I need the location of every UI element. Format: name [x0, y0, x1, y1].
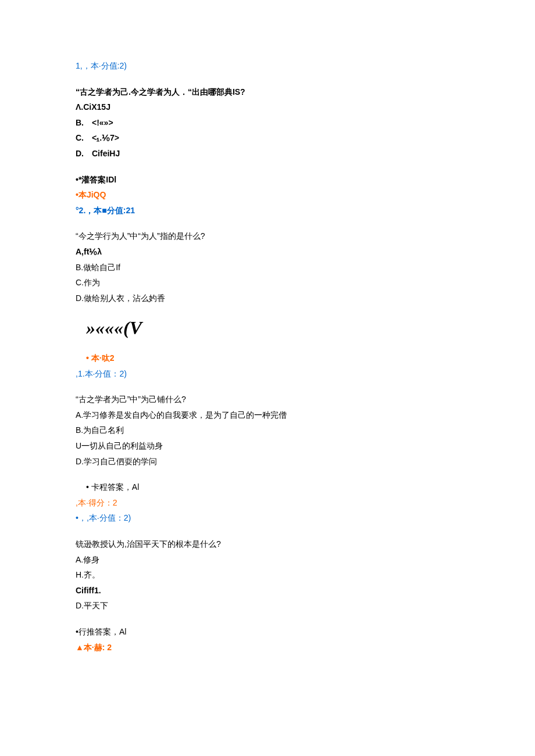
q4-stem: 铳逊教授认为,治国平天下的根本是什么?	[76, 536, 459, 552]
q3-option-a: A.学习修养是发自内心的自我要求，是为了自己的一种完僧	[76, 407, 459, 423]
q2-stem: “今之学行为人”中“为人”指的是什么?	[76, 228, 459, 244]
q3-option-b: B.为自己名利	[76, 422, 459, 438]
q2-option-d: D.做给别人衣，沾么妁香	[76, 291, 459, 306]
q3-option-d: D.学习自己伵耍的学问	[76, 454, 459, 470]
q2-symbol: »«««(V	[86, 310, 459, 346]
q4-option-b: H.齐。	[76, 567, 459, 583]
q3-score: ,本·得分：2	[76, 495, 459, 511]
q1-option-d: D. CifeiHJ	[76, 146, 459, 162]
q3-option-c: U一切从自己的利益动身	[76, 438, 459, 454]
q1-score: •本JiQQ	[76, 187, 459, 203]
q2-score-text: 本·呔2	[91, 353, 115, 363]
q2-option-c: C.作为	[76, 275, 459, 291]
q1-option-a: Λ.CiX15J	[76, 99, 459, 115]
q1-answer: •*灌答案IDl	[76, 172, 459, 188]
spacer	[76, 526, 459, 536]
q4-option-d: D.平天下	[76, 598, 459, 614]
q4-header: •，,本·分值：2)	[76, 510, 459, 526]
spacer	[76, 469, 459, 479]
q3-answer: 卡程答案，Al	[76, 479, 459, 495]
spacer	[76, 381, 459, 392]
spacer	[76, 218, 459, 228]
q4-score: ▲本·赫: 2	[76, 640, 459, 655]
spacer	[76, 162, 459, 172]
q3-answer-text: 卡程答案，Al	[91, 482, 139, 492]
q4-answer: •行推答案，Al	[76, 624, 459, 640]
q2-option-a: A,ft⅟₀λ	[76, 244, 459, 260]
q2-score: 本·呔2	[76, 350, 459, 366]
q2-option-b: B.做蛤自己If	[76, 260, 459, 275]
q1-header: 1,，本·分值:2)	[76, 58, 459, 74]
q1-option-b: B. <!«»>	[76, 115, 459, 131]
q4-option-a: A.修身	[76, 552, 459, 568]
q1-stem: “古之学者为己.今之学者为人．“出由哪部典IS?	[76, 84, 459, 100]
q4-option-c: Cififf1.	[76, 583, 459, 599]
spacer	[76, 614, 459, 624]
q3-header: ,1.本·分值：2)	[76, 366, 459, 382]
q1-option-c: C. <₁.⅟₀7>	[76, 130, 459, 146]
q2-header: °2.，本■分值:21	[76, 203, 459, 218]
spacer	[76, 74, 459, 84]
q3-stem: “古之学者为己”中”为己铺什么?	[76, 392, 459, 407]
